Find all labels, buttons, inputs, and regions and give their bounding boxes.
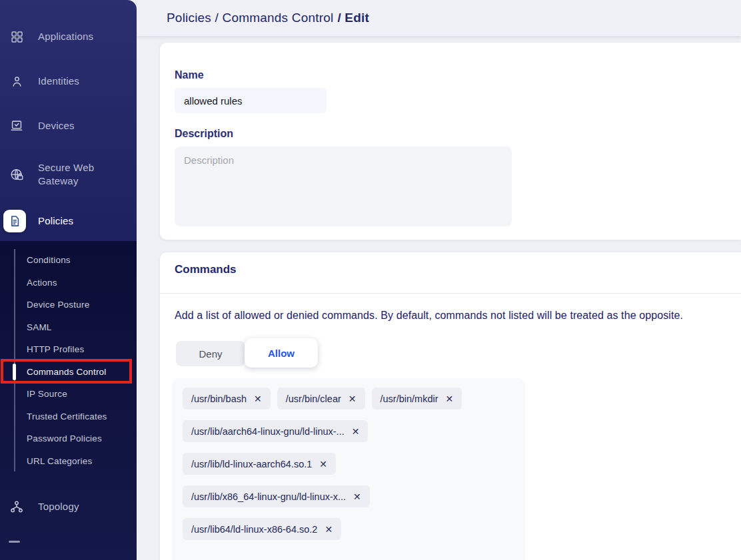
command-chip-label: /usr/bin/bash [191, 394, 247, 404]
chip-remove-icon[interactable]: ✕ [352, 427, 360, 436]
document-icon [3, 210, 26, 232]
sidebar-subitem-url-categories[interactable]: URL Categories [0, 450, 137, 473]
name-label: Name [175, 69, 204, 81]
policy-form-card: Name Description [160, 43, 741, 240]
breadcrumb: Policies / Commands Control / Edit [167, 0, 369, 36]
sidebar-subitem-trusted-certificates[interactable]: Trusted Certificates [0, 406, 137, 428]
sidebar-subitem-saml[interactable]: SAML [0, 316, 137, 339]
commands-heading: Commands [175, 263, 237, 276]
command-chip-label: /usr/bin/mkdir [380, 394, 438, 404]
command-chip-label: /usr/lib/ld-linux-aarch64.so.1 [191, 459, 312, 469]
sidebar-item-topology[interactable]: Topology [0, 495, 137, 518]
description-label: Description [175, 128, 233, 140]
command-chips[interactable]: /usr/bin/bash✕/usr/bin/clear✕/usr/bin/mk… [172, 378, 525, 560]
sidebar-item-label: Identities [38, 75, 79, 88]
app-window: Policies / Commands Control / Edit Appli… [0, 0, 741, 560]
topology-icon [9, 499, 25, 514]
deny-toggle-button[interactable]: Deny [176, 341, 245, 366]
sidebar-subitem-ip-source[interactable]: IP Source [0, 383, 137, 406]
chip-remove-icon[interactable]: ✕ [349, 394, 357, 404]
command-chip: /usr/lib/x86_64-linux-gnu/ld-linux-x...✕ [183, 485, 370, 507]
person-icon [9, 75, 25, 89]
command-chip: /usr/bin/mkdir✕ [372, 388, 462, 410]
description-textarea[interactable] [175, 146, 512, 226]
sidebar-subitem-http-profiles[interactable]: HTTP Profiles [0, 338, 137, 361]
commands-instruction: Add a list of allowed or denied commands… [175, 310, 683, 322]
name-input[interactable] [175, 88, 327, 113]
command-chip: /usr/bin/bash✕ [183, 388, 271, 410]
sidebar-item-label: Topology [38, 500, 79, 513]
sidebar: Applications Identities Devices [0, 0, 137, 560]
sidebar-item-label: Secure Web Gateway [38, 161, 113, 188]
page-header: Policies / Commands Control / Edit [137, 0, 741, 36]
sidebar-subitem-commands-control[interactable]: Commands Control [0, 361, 137, 384]
command-chip: /usr/lib/aarch64-linux-gnu/ld-linux-...✕ [183, 420, 368, 442]
sidebar-subitem-device-posture[interactable]: Device Posture [0, 294, 137, 316]
sidebar-item-label: Devices [38, 119, 75, 133]
globe-lock-icon [9, 167, 25, 182]
chip-remove-icon[interactable]: ✕ [254, 394, 262, 404]
sidebar-subitem-password-policies[interactable]: Password Policies [0, 427, 137, 450]
sidebar-subitem-actions[interactable]: Actions [0, 272, 137, 294]
sidebar-item-devices[interactable]: Devices [0, 116, 137, 136]
sidebar-item-secure-web-gateway[interactable]: Secure Web Gateway [0, 156, 137, 193]
command-chip-label: /usr/lib/x86_64-linux-gnu/ld-linux-x... [191, 491, 346, 502]
chip-remove-icon[interactable]: ✕ [325, 525, 333, 534]
chip-remove-icon[interactable]: ✕ [353, 492, 361, 501]
sidebar-item-applications[interactable]: Applications [0, 27, 137, 47]
command-chip-label: /usr/lib/aarch64-linux-gnu/ld-linux-... [191, 426, 345, 437]
allow-toggle-button[interactable]: Allow [245, 338, 318, 368]
active-submenu-indicator [13, 364, 16, 380]
commands-card: Commands Add a list of allowed or denied… [160, 252, 741, 560]
sidebar-item-policies[interactable]: Policies [0, 208, 137, 234]
sidebar-subitem-conditions[interactable]: Conditions [0, 249, 137, 272]
command-chip: /usr/lib64/ld-linux-x86-64.so.2✕ [183, 518, 341, 540]
sidebar-item-label: Policies [38, 214, 73, 228]
commands-divider [160, 293, 741, 294]
device-check-icon [9, 119, 25, 133]
sidebar-item-label: Applications [38, 30, 93, 43]
command-chip: /usr/bin/clear✕ [277, 388, 365, 410]
command-chip-label: /usr/bin/clear [286, 394, 341, 404]
chip-remove-icon[interactable]: ✕ [446, 394, 454, 404]
chip-remove-icon[interactable]: ✕ [319, 459, 327, 469]
grid-icon [9, 30, 25, 44]
sidebar-item-identities[interactable]: Identities [0, 71, 137, 91]
sidebar-collapse-dash[interactable] [9, 541, 20, 543]
breadcrumb-path[interactable]: Policies / Commands Control [167, 11, 333, 25]
breadcrumb-current: / Edit [337, 11, 369, 25]
policies-submenu: ConditionsActionsDevice PostureSAMLHTTP … [0, 249, 137, 472]
command-chip: /usr/lib/ld-linux-aarch64.so.1✕ [183, 453, 336, 475]
command-chip-label: /usr/lib64/ld-linux-x86-64.so.2 [191, 524, 317, 535]
